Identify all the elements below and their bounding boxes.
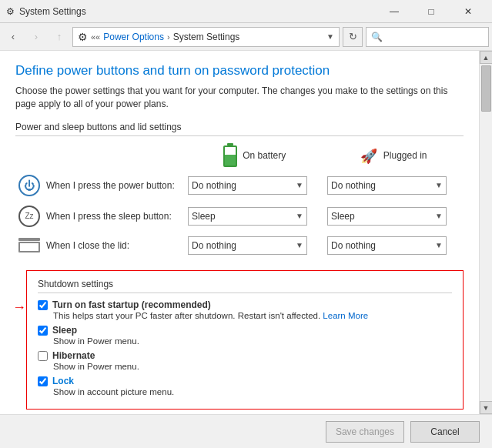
sleep-checkbox[interactable] — [38, 326, 48, 336]
fast-startup-description: This helps start your PC faster after sh… — [53, 311, 452, 320]
lid-plugged-dropdown[interactable]: Do nothing ▼ — [327, 236, 447, 255]
scroll-thumb[interactable] — [481, 65, 491, 112]
power-plugged-value: Do nothing — [331, 180, 376, 191]
sleep-battery-dropdown[interactable]: Sleep ▼ — [188, 207, 307, 226]
main-content-wrapper: Define power buttons and turn on passwor… — [0, 51, 492, 414]
breadcrumb-system-settings: System Settings — [173, 32, 240, 42]
window-icon: ⚙ — [6, 6, 15, 17]
cancel-button[interactable]: Cancel — [410, 421, 480, 443]
dropdown-arrow-icon: ▼ — [435, 181, 443, 189]
footer: Save changes Cancel — [0, 414, 492, 448]
table-row: ⏻ When I press the power button: Do noth… — [15, 170, 464, 201]
power-button-icon: ⏻ — [18, 175, 40, 196]
red-arrow-icon: → — [12, 299, 26, 316]
fast-startup-checkbox[interactable] — [38, 300, 48, 310]
breadcrumb-icon: ⚙ — [78, 31, 88, 43]
page-description: Choose the power settings that you want … — [15, 85, 464, 111]
table-row: Zz When I press the sleep button: Sleep … — [15, 201, 464, 232]
dropdown-arrow-icon: ▼ — [296, 181, 303, 189]
power-battery-dropdown[interactable]: Do nothing ▼ — [188, 176, 307, 195]
lock-checkbox[interactable] — [38, 376, 48, 386]
refresh-button[interactable]: ↻ — [343, 27, 363, 47]
lock-option: Lock Show in account picture menu. — [38, 376, 452, 396]
scrollbar[interactable]: ▲ ▼ — [479, 51, 492, 414]
back-button[interactable]: ‹ — [3, 27, 23, 47]
lock-option-description: Show in account picture menu. — [53, 387, 452, 396]
power-plugged-dropdown[interactable]: Do nothing ▼ — [327, 176, 447, 195]
dropdown-arrow-icon: ▼ — [435, 212, 443, 220]
lock-option-title: Lock — [52, 376, 74, 386]
address-bar: ⚙ «« Power Options › System Settings ▼ — [72, 27, 340, 47]
search-icon: 🔍 — [371, 32, 383, 42]
save-button[interactable]: Save changes — [326, 421, 404, 443]
sleep-button-icon: Zz — [18, 206, 40, 227]
lid-plugged-value: Do nothing — [331, 240, 376, 251]
sleep-option: Sleep Show in Power menu. — [38, 325, 452, 346]
sleep-option-description: Show in Power menu. — [53, 336, 452, 346]
fast-startup-title: Turn on fast startup (recommended) — [52, 299, 211, 310]
scroll-down-button[interactable]: ▼ — [480, 401, 493, 414]
dropdown-arrow-icon: ▼ — [435, 241, 443, 249]
sleep-plugged-value: Sleep — [331, 211, 355, 222]
up-button[interactable]: ↑ — [49, 27, 69, 47]
page-title: Define power buttons and turn on passwor… — [15, 63, 464, 79]
content-area: Define power buttons and turn on passwor… — [0, 51, 479, 414]
address-dropdown-arrow[interactable]: ▼ — [326, 32, 334, 41]
col-plugged-header: 🚀 Plugged in — [324, 142, 464, 170]
title-bar: ⚙ System Settings — □ ✕ — [0, 0, 492, 23]
section-label-buttons: Power and sleep buttons and lid settings — [15, 122, 464, 136]
sleep-plugged-dropdown[interactable]: Sleep ▼ — [327, 207, 447, 226]
hibernate-option: Hibernate Show in Power menu. — [38, 350, 452, 371]
sleep-button-label: When I press the sleep button: — [46, 211, 172, 222]
shutdown-box: Shutdown settings Turn on fast startup (… — [26, 270, 464, 410]
table-row: When I close the lid: Do nothing ▼ Do no… — [15, 232, 464, 259]
power-settings-table: On battery 🚀 Plugged in ⏻ When I press t… — [15, 142, 464, 259]
col-battery-header: On battery — [185, 142, 324, 170]
close-button[interactable]: ✕ — [450, 0, 486, 23]
power-button-label: When I press the power button: — [46, 180, 175, 191]
breadcrumb-power-options[interactable]: Power Options — [103, 32, 164, 42]
scroll-up-button[interactable]: ▲ — [480, 51, 493, 64]
plug-icon: 🚀 — [360, 148, 377, 165]
learn-more-link[interactable]: Learn More — [323, 311, 368, 320]
hibernate-option-title: Hibernate — [52, 350, 95, 361]
lid-battery-dropdown[interactable]: Do nothing ▼ — [188, 236, 307, 255]
nav-bar: ‹ › ↑ ⚙ «« Power Options › System Settin… — [0, 23, 492, 51]
shutdown-section: → Shutdown settings Turn on fast startup… — [26, 270, 464, 410]
battery-icon — [223, 145, 237, 167]
hibernate-option-description: Show in Power menu. — [53, 362, 452, 371]
title-bar-controls: — □ ✕ — [377, 0, 486, 23]
hibernate-checkbox[interactable] — [38, 351, 48, 361]
fast-startup-option: Turn on fast startup (recommended) This … — [38, 299, 452, 320]
sleep-battery-value: Sleep — [192, 211, 216, 222]
lid-icon — [18, 238, 40, 252]
power-battery-value: Do nothing — [192, 180, 236, 191]
shutdown-section-label: Shutdown settings — [38, 279, 452, 293]
dropdown-arrow-icon: ▼ — [296, 241, 303, 249]
dropdown-arrow-icon: ▼ — [296, 212, 303, 220]
lid-battery-value: Do nothing — [192, 240, 236, 251]
minimize-button[interactable]: — — [377, 0, 412, 23]
search-box[interactable]: 🔍 — [366, 27, 489, 47]
lid-label: When I close the lid: — [46, 240, 129, 251]
maximize-button[interactable]: □ — [413, 0, 449, 23]
forward-button[interactable]: › — [26, 27, 46, 47]
window-title: System Settings — [19, 6, 86, 17]
sleep-option-title: Sleep — [52, 325, 77, 336]
